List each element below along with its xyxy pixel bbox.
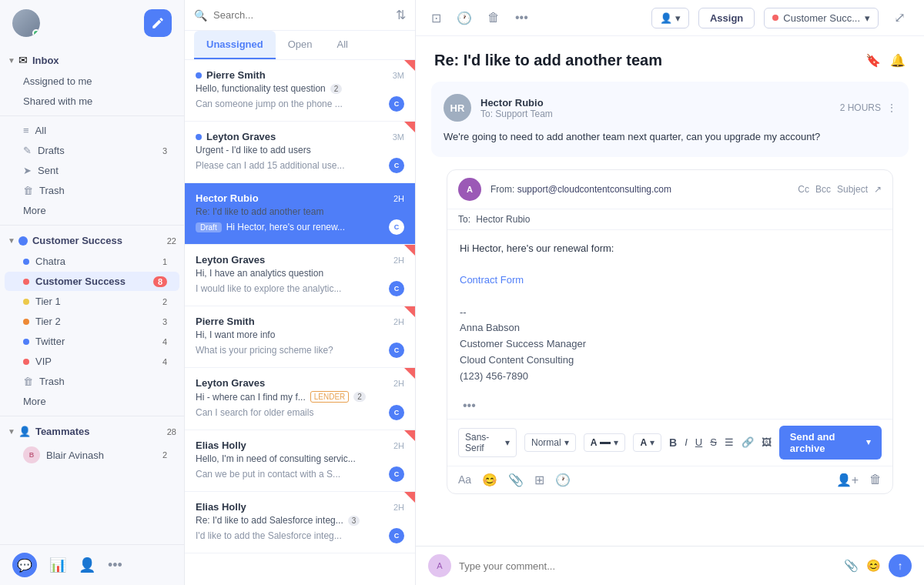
unread-dot — [196, 72, 202, 79]
assignee-dropdown[interactable]: 👤 ▾ — [651, 8, 689, 28]
conv-avatar: C — [389, 528, 404, 543]
send-archive-button[interactable]: Send and archive ▾ — [779, 426, 882, 460]
inbox-section[interactable]: ▼ ✉ Inbox — [0, 49, 184, 71]
reply-body[interactable]: Hi Hector, here's our renewal form: Cont… — [447, 230, 892, 396]
sidebar-item-tier1[interactable]: Tier 1 2 — [5, 292, 179, 311]
tier1-dot — [23, 299, 29, 305]
search-input[interactable] — [213, 9, 390, 21]
more-content-icon[interactable]: ••• — [458, 397, 480, 413]
sidebar-item-drafts[interactable]: ✎ Drafts 3 — [5, 141, 179, 160]
unread-indicator — [404, 122, 415, 132]
conv-avatar: C — [389, 343, 404, 358]
comment-input[interactable] — [459, 560, 836, 572]
unread-indicator — [404, 492, 415, 503]
emoji-icon[interactable]: 😊 — [482, 473, 497, 487]
unread-indicator — [404, 430, 415, 441]
conversation-item[interactable]: Leyton Graves 2H Hi - where can I find m… — [185, 368, 415, 430]
assign-button[interactable]: Assign — [698, 8, 755, 28]
sidebar-item-sent[interactable]: ➤ Sent — [5, 161, 179, 180]
conversation-item[interactable]: Pierre Smith 2H Hi, I want more info Wha… — [185, 306, 415, 368]
font-family-select[interactable]: Sans-Serif ▾ — [458, 428, 517, 457]
contacts-icon[interactable]: 👤 — [79, 557, 95, 573]
conv-avatar: C — [389, 219, 404, 235]
conv-avatar: C — [389, 158, 404, 173]
italic-icon[interactable]: I — [685, 436, 688, 448]
more-footer-icon[interactable]: ••• — [108, 557, 122, 573]
sidebar-item-assigned-to-me[interactable]: Assigned to me — [5, 72, 179, 91]
team-dot — [772, 15, 778, 21]
sidebar-item-more2[interactable]: More — [5, 392, 179, 411]
sidebar-item-all[interactable]: ≡ All — [5, 121, 179, 140]
inbox-chevron: ▼ — [8, 56, 15, 65]
strikethrough-icon[interactable]: S — [710, 436, 717, 448]
sidebar-item-more[interactable]: More — [5, 201, 179, 220]
bg-color-select[interactable]: A ▾ — [633, 433, 661, 452]
chart-icon[interactable]: 📊 — [49, 557, 66, 573]
contract-link[interactable]: Contract Form — [460, 274, 524, 286]
conversation-list: Pierre Smith 3M Hello, functionality tes… — [185, 60, 415, 585]
conversation-item[interactable]: Leyton Graves 2H Hi, I have an analytics… — [185, 245, 415, 306]
tab-unassigned[interactable]: Unassigned — [194, 31, 276, 59]
tab-open[interactable]: Open — [276, 31, 325, 59]
delete-draft-icon[interactable]: 🗑 — [869, 473, 882, 486]
sender-to: To: Support Team — [480, 109, 831, 119]
link-icon[interactable]: 🔗 — [742, 436, 754, 448]
unread-indicator — [404, 306, 415, 317]
bell-icon[interactable]: 🔔 — [890, 53, 906, 68]
conversation-item-active[interactable]: Hector Rubio 2H Re: I'd like to add anot… — [185, 183, 415, 245]
sidebar-item-blair[interactable]: B Blair Avinash 2 — [5, 443, 179, 467]
sidebar-item-trash2[interactable]: 🗑 Trash — [5, 372, 179, 391]
unread-indicator — [404, 60, 415, 71]
bcc-button[interactable]: Bcc — [815, 184, 831, 195]
list-icon[interactable]: ☰ — [725, 436, 734, 448]
cc-button[interactable]: Cc — [798, 184, 809, 195]
image-icon[interactable]: 🖼 — [762, 436, 772, 448]
conversation-item[interactable]: Pierre Smith 3M Hello, functionality tes… — [185, 60, 415, 122]
email-more-icon[interactable]: ⋮ — [887, 102, 896, 113]
conversation-item[interactable]: Elias Holly 2H Re: I'd like to add Sales… — [185, 492, 415, 553]
add-contact-icon[interactable]: 👤+ — [836, 473, 859, 487]
layout-icon[interactable]: ⊞ — [534, 473, 544, 487]
email-body: We're going to need to add another team … — [444, 129, 896, 145]
sidebar-item-twitter[interactable]: Twitter 4 — [5, 332, 179, 351]
snooze-icon[interactable]: ⊡ — [428, 8, 444, 28]
filter-icon[interactable]: ⇅ — [396, 8, 406, 22]
conv-avatar: C — [389, 405, 404, 420]
comment-emoji-icon[interactable]: 😊 — [866, 559, 881, 573]
team-dropdown[interactable]: Customer Succ... ▾ — [764, 8, 879, 28]
sidebar-item-shared-with-me[interactable]: Shared with me — [5, 92, 179, 111]
more-icon[interactable]: ••• — [512, 8, 531, 28]
comment-attachment-icon[interactable]: 📎 — [844, 559, 859, 573]
sidebar-item-trash[interactable]: 🗑 Trash — [5, 181, 179, 200]
sidebar-item-chatra[interactable]: Chatra 1 — [5, 252, 179, 271]
bookmark-icon[interactable]: 🔖 — [865, 53, 881, 68]
sidebar-item-vip[interactable]: VIP 4 — [5, 352, 179, 371]
send-archive-chevron: ▾ — [866, 437, 871, 447]
tab-all[interactable]: All — [325, 31, 360, 59]
compose-button[interactable] — [144, 9, 172, 37]
text-color-select[interactable]: A ▾ — [584, 433, 626, 452]
search-icon: 🔍 — [194, 9, 207, 22]
reply-box: A From: support@cloudcontentconsulting.c… — [447, 169, 893, 494]
conversation-item[interactable]: Elias Holly 2H Hello, I'm in need of con… — [185, 430, 415, 492]
expand-icon[interactable]: ⤢ — [888, 6, 912, 29]
trash-icon[interactable]: 🗑 — [484, 8, 503, 28]
chat-icon[interactable]: 💬 — [12, 553, 37, 577]
subject-button[interactable]: Subject — [837, 184, 868, 195]
underline-icon[interactable]: U — [695, 436, 702, 448]
text-format-icon[interactable]: Aa — [458, 473, 471, 486]
clock-icon[interactable]: 🕐 — [454, 8, 475, 28]
conversation-item[interactable]: Leyton Graves 3M Urgent - I'd like to ad… — [185, 122, 415, 183]
sidebar-item-tier2[interactable]: Tier 2 3 — [5, 312, 179, 331]
customer-success-section[interactable]: ▼ Customer Success 22 — [0, 230, 184, 251]
comment-send-button[interactable]: ↑ — [889, 554, 912, 577]
time-icon[interactable]: 🕐 — [555, 473, 571, 487]
email-detail-panel: ⊡ 🕐 🗑 ••• 👤 ▾ Assign Customer Succ... ▾ … — [416, 0, 924, 585]
sidebar-item-customer-success[interactable]: Customer Success 8 — [5, 272, 179, 291]
external-link-icon[interactable]: ↗ — [874, 184, 882, 195]
teammates-section[interactable]: ▼ 👤 Teammates 28 — [0, 421, 184, 442]
cs-dot — [23, 279, 29, 285]
attachment-icon[interactable]: 📎 — [508, 473, 524, 487]
bold-icon[interactable]: B — [669, 436, 677, 449]
font-size-select[interactable]: Normal ▾ — [524, 433, 576, 452]
